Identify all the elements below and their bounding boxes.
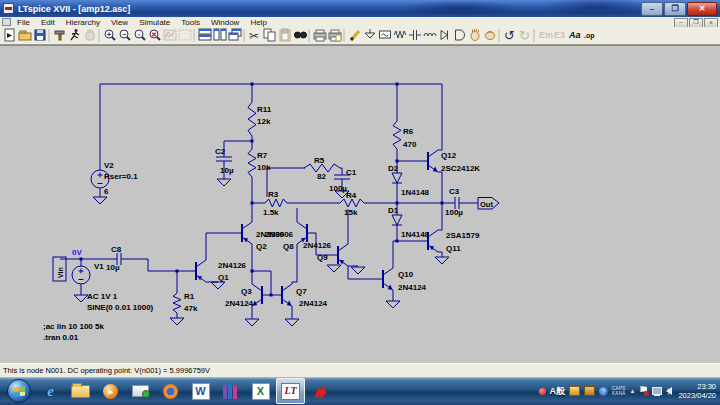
label-Q7-model[interactable]: 2N4124 xyxy=(299,299,328,308)
transistor-Q9[interactable] xyxy=(338,244,348,266)
label-node-voltage[interactable]: 0V xyxy=(72,248,82,257)
schematic-svg[interactable]: VinOutV2Rser=0.16R1112kC210µR710kR582C11… xyxy=(0,46,720,364)
maximize-button[interactable]: ❐ xyxy=(664,2,686,16)
label-R3-name[interactable]: R3 xyxy=(268,190,279,199)
label-Q12-name[interactable]: Q12 xyxy=(441,151,457,160)
toolbar-inductor[interactable] xyxy=(424,33,436,36)
menu-simulate[interactable]: Simulate xyxy=(139,18,170,27)
tray-expand-chevron-icon[interactable]: ▲ xyxy=(630,388,636,394)
toolbar-halt[interactable] xyxy=(86,29,94,40)
label-R6-name[interactable]: R6 xyxy=(403,127,414,136)
menu-help[interactable]: Help xyxy=(250,18,266,27)
ground-symbol[interactable] xyxy=(327,265,341,272)
ground-symbol[interactable] xyxy=(285,319,299,326)
label-Q1-name[interactable]: Q1 xyxy=(218,273,229,282)
toolbar-diode[interactable] xyxy=(441,31,448,40)
ground-symbol[interactable] xyxy=(211,282,225,289)
ground-symbol[interactable] xyxy=(217,179,231,186)
toolbar-zoom-area[interactable]: ▫ xyxy=(135,30,145,40)
label-R6-value[interactable]: 470 xyxy=(403,140,417,149)
taskbar-excel-icon[interactable]: X xyxy=(246,378,275,404)
toolbar-new-schematic[interactable] xyxy=(5,29,14,41)
label-C3-value[interactable]: 100µ xyxy=(445,208,463,217)
toolbar-move[interactable] xyxy=(471,29,479,41)
resistor-R11[interactable] xyxy=(248,102,256,136)
diode-D2[interactable] xyxy=(392,173,402,183)
label-R1-name[interactable]: R1 xyxy=(184,292,195,301)
menu-file[interactable]: File xyxy=(17,18,30,27)
toolbar-control-panel[interactable] xyxy=(55,31,64,40)
toolbar-waveform[interactable] xyxy=(164,30,176,40)
toolbar-grid[interactable] xyxy=(179,30,191,40)
toolbar-zoom-fit[interactable]: ✕ xyxy=(150,30,160,40)
start-button[interactable] xyxy=(7,379,31,403)
label-V2-rser[interactable]: Rser=0.1 xyxy=(104,172,138,181)
toolbar-print-preview[interactable] xyxy=(329,30,341,41)
ime-mode-indicator[interactable]: A般 xyxy=(550,385,566,398)
label-directive-tran[interactable]: .tran 0.01 xyxy=(43,333,79,342)
resistor-R5[interactable] xyxy=(304,164,340,172)
capacitor-C2[interactable] xyxy=(216,157,232,161)
ime-pad-icon[interactable] xyxy=(569,386,580,396)
toolbar-print[interactable] xyxy=(314,30,326,41)
label-R3-value[interactable]: 1.5k xyxy=(263,208,279,217)
label-V2-name[interactable]: V2 xyxy=(104,161,114,170)
taskbar-internet-explorer-icon[interactable]: e xyxy=(36,378,65,404)
toolbar-cascade[interactable] xyxy=(229,29,241,40)
label-R4-value[interactable]: 15k xyxy=(344,208,358,217)
toolbar-edit-model[interactable]: Em xyxy=(539,30,553,40)
label-V1-name[interactable]: V1 xyxy=(94,262,104,271)
label-C2-value[interactable]: 10µ xyxy=(220,166,234,175)
taskbar-firefox-icon[interactable] xyxy=(156,378,185,404)
ground-symbol[interactable] xyxy=(351,267,365,274)
diode-D1[interactable] xyxy=(392,215,402,225)
label-R11-value[interactable]: 12k xyxy=(257,117,271,126)
resistor-R3[interactable] xyxy=(265,199,287,207)
toolbar-ground[interactable] xyxy=(365,29,375,38)
label-Q8-model[interactable]: 2N3906 xyxy=(265,230,294,239)
toolbar-tile-vertical[interactable] xyxy=(214,29,226,40)
toolbar-component[interactable] xyxy=(456,30,465,40)
menu-view[interactable]: View xyxy=(111,18,128,27)
taskbar-word-icon[interactable]: W xyxy=(186,378,215,404)
network-icon[interactable] xyxy=(652,387,662,396)
transistor-Q11[interactable] xyxy=(428,230,438,252)
output-port-out[interactable]: Out xyxy=(478,198,499,210)
label-C8-value[interactable]: 10µ xyxy=(106,263,120,272)
ground-symbol[interactable] xyxy=(74,295,88,302)
toolbar-net-label[interactable] xyxy=(380,31,391,38)
label-C1-name[interactable]: C1 xyxy=(346,168,357,177)
toolbar-undo[interactable]: ↺ xyxy=(504,28,515,43)
resistor-R7[interactable] xyxy=(248,149,256,177)
label-Q11-model[interactable]: 2SA1579 xyxy=(446,231,480,240)
label-Q3-model[interactable]: 2N4124 xyxy=(225,299,254,308)
label-Q10-model[interactable]: 2N4124 xyxy=(398,283,427,292)
toolbar-cut[interactable]: ✂ xyxy=(249,29,259,43)
toolbar-paste[interactable] xyxy=(280,29,290,41)
label-Q11-name[interactable]: Q11 xyxy=(446,244,461,253)
label-R7-value[interactable]: 10k xyxy=(257,163,271,172)
label-D1-model[interactable]: 1N4148 xyxy=(401,230,430,239)
label-C1-value[interactable]: 100µ xyxy=(329,184,347,193)
toolbar-zoom-in[interactable]: + xyxy=(105,30,115,40)
menu-edit[interactable]: Edit xyxy=(41,18,55,27)
label-V2-value[interactable]: 6 xyxy=(104,187,109,196)
label-R11-name[interactable]: R11 xyxy=(257,105,272,114)
toolbar-spice-directive[interactable]: .op xyxy=(584,32,595,40)
label-Q3-name[interactable]: Q3 xyxy=(241,287,252,296)
label-Q9-name[interactable]: Q9 xyxy=(317,253,328,262)
label-Q12-model[interactable]: 2SC2412K xyxy=(441,164,480,173)
transistor-Q3[interactable] xyxy=(252,284,262,306)
toolbar-resistor[interactable] xyxy=(394,31,406,38)
label-R7-name[interactable]: R7 xyxy=(257,151,268,160)
label-C8-name[interactable]: C8 xyxy=(111,245,122,254)
taskbar-media-player-icon[interactable]: ▶ xyxy=(96,378,125,404)
toolbar-text[interactable]: Aa xyxy=(568,30,581,40)
label-D1-name[interactable]: D1 xyxy=(388,206,399,215)
ime-help-icon[interactable]: ? xyxy=(599,387,608,396)
ime-dictionary-icon[interactable] xyxy=(584,386,595,396)
toolbar-save[interactable] xyxy=(35,30,45,40)
speaker-icon[interactable]: ) xyxy=(666,387,672,395)
taskbar-file-explorer-icon[interactable] xyxy=(66,378,95,404)
label-C3-name[interactable]: C3 xyxy=(449,187,460,196)
